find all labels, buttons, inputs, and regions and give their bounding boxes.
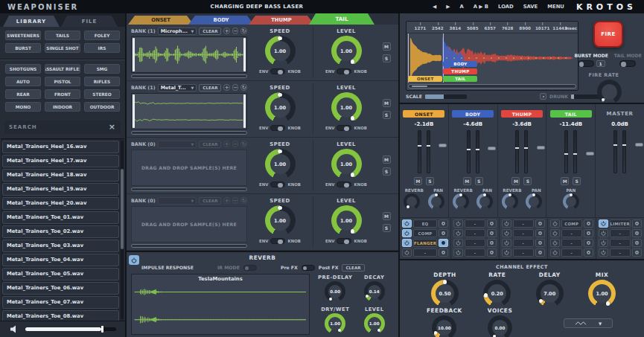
bank-clear-button[interactable]: CLEAR bbox=[199, 84, 221, 92]
fx-slot[interactable]: - bbox=[550, 248, 593, 257]
fx-power-icon[interactable] bbox=[599, 248, 608, 257]
channel-solo-button[interactable]: S bbox=[573, 177, 581, 185]
fx-power-icon[interactable] bbox=[599, 229, 608, 237]
level-knob[interactable]: 1.00 bbox=[331, 149, 362, 179]
bank-loop-icon[interactable]: ↻ bbox=[240, 84, 247, 91]
sample-dropdown[interactable]: Metal_T...▼ bbox=[158, 84, 197, 92]
fx-slot[interactable]: - bbox=[502, 229, 545, 237]
tab-onset[interactable]: ONSET bbox=[128, 16, 194, 25]
file-item-4[interactable]: Metal_Trainers_Heel_20.wav bbox=[2, 197, 119, 211]
category-button-5[interactable]: RIFLES bbox=[84, 77, 120, 86]
fx-power-icon[interactable] bbox=[402, 239, 412, 247]
mix-knob[interactable]: 1.00 bbox=[588, 280, 616, 307]
speed-env-knob-toggle[interactable]: ENVKNOB bbox=[259, 68, 301, 74]
burst-count-badge[interactable]: 1 bbox=[596, 60, 605, 67]
fx-gear-icon[interactable] bbox=[487, 239, 497, 247]
category-button-9[interactable]: MONO bbox=[5, 102, 41, 112]
speed-env-knob-toggle[interactable]: ENVKNOB bbox=[259, 125, 301, 131]
fx-power-icon[interactable] bbox=[599, 219, 608, 228]
bank-scrollbar[interactable] bbox=[131, 244, 247, 248]
fx-gear-icon[interactable] bbox=[535, 239, 545, 247]
bank-clear-button[interactable]: CLEAR bbox=[199, 28, 221, 35]
bank-solo-button[interactable]: S bbox=[383, 167, 391, 176]
file-item-1[interactable]: Metal_Trainers_Heel_17.wav bbox=[2, 155, 119, 168]
fx-power-icon[interactable] bbox=[453, 219, 463, 228]
fx-gear-icon[interactable] bbox=[439, 248, 448, 257]
tab-thump[interactable]: THUMP bbox=[249, 16, 314, 25]
bank-mute-button[interactable]: M bbox=[383, 155, 391, 164]
predelay-knob[interactable]: 0.00 bbox=[325, 281, 345, 302]
fx-gear-icon[interactable] bbox=[584, 239, 593, 247]
drop-zone[interactable]: DRAG AND DROP SAMPLE(S) HERE bbox=[131, 206, 247, 243]
bank-scrollbar[interactable] bbox=[131, 74, 247, 78]
lfo-wave-select[interactable]: ▼ bbox=[564, 318, 613, 328]
fx-slot[interactable]: LIMITER bbox=[599, 219, 642, 228]
category-button-4[interactable]: PISTOL bbox=[45, 77, 80, 86]
fx-slot[interactable]: - bbox=[502, 239, 545, 247]
file-item-2[interactable]: Metal_Trainers_Heel_18.wav bbox=[2, 169, 119, 182]
reverb-send-knob[interactable] bbox=[404, 193, 420, 210]
channel-fader[interactable] bbox=[459, 130, 486, 173]
preview-volume-slider[interactable] bbox=[25, 327, 116, 331]
level-env-knob-toggle[interactable]: ENVKNOB bbox=[325, 68, 367, 74]
file-list-scrollbar[interactable] bbox=[121, 141, 124, 319]
drop-zone[interactable]: DRAG AND DROP SAMPLE(S) HERE bbox=[131, 150, 247, 186]
fx-slot[interactable]: COMP bbox=[550, 219, 593, 228]
fx-gear-icon[interactable] bbox=[584, 219, 593, 228]
category-button-1[interactable]: TAILS bbox=[45, 31, 80, 40]
bank-remove-button[interactable]: − bbox=[232, 141, 239, 147]
fx-gear-icon[interactable] bbox=[632, 239, 642, 247]
topbar-button-0[interactable]: ◀ bbox=[433, 4, 436, 10]
speed-knob[interactable]: 1.00 bbox=[265, 92, 296, 123]
fx-slot[interactable]: - bbox=[599, 248, 642, 257]
fx-power-icon[interactable] bbox=[502, 229, 511, 237]
bank-clear-button[interactable]: CLEAR bbox=[199, 141, 221, 148]
drywet-knob[interactable]: 1.00 bbox=[325, 313, 345, 334]
fx-gear-icon[interactable] bbox=[439, 239, 448, 247]
topbar-button-5[interactable]: SAVE bbox=[523, 4, 538, 10]
delay-knob[interactable]: 7.00 bbox=[536, 280, 564, 307]
fx-slot-label[interactable]: - bbox=[465, 229, 485, 237]
level-knob[interactable]: 1.00 bbox=[331, 205, 362, 236]
file-item-8[interactable]: Metal_Trainers_Toe_04.wav bbox=[2, 254, 119, 267]
file-item-11[interactable]: Metal_Trainers_Toe_07.wav bbox=[2, 296, 119, 309]
timeline-scrollbar[interactable] bbox=[408, 84, 576, 89]
fx-slot-label[interactable]: - bbox=[513, 248, 534, 257]
fx-slot-label[interactable]: - bbox=[561, 229, 582, 237]
fx-power-icon[interactable] bbox=[502, 219, 511, 228]
fx-gear-icon[interactable] bbox=[535, 219, 545, 228]
channel-header[interactable]: TAIL bbox=[550, 110, 592, 118]
scale-slider[interactable] bbox=[425, 94, 467, 99]
fx-slot-label[interactable]: - bbox=[465, 248, 485, 257]
channel-mute-button[interactable]: M bbox=[463, 177, 471, 185]
category-button-3[interactable]: AUTO bbox=[5, 77, 41, 86]
fx-slot-label[interactable]: - bbox=[610, 248, 631, 257]
fx-slot-label[interactable]: - bbox=[513, 219, 534, 228]
channel-fader[interactable] bbox=[508, 130, 535, 173]
sample-dropdown[interactable]: ▼ bbox=[158, 141, 197, 148]
fx-power-icon[interactable] bbox=[599, 239, 608, 247]
fx-slot[interactable]: - bbox=[453, 248, 497, 257]
tab-library[interactable]: LIBRARY bbox=[3, 16, 60, 27]
region-body[interactable]: BODY bbox=[443, 61, 477, 67]
file-item-10[interactable]: Metal_Trainers_Toe_06.wav bbox=[2, 282, 119, 295]
tail-mode-toggle[interactable] bbox=[619, 60, 636, 67]
fx-slot[interactable]: - bbox=[599, 239, 642, 247]
fx-gear-icon[interactable] bbox=[632, 248, 642, 257]
channel-solo-button[interactable]: S bbox=[523, 177, 532, 185]
fx-power-icon[interactable] bbox=[550, 248, 560, 257]
fx-power-icon[interactable] bbox=[453, 239, 463, 247]
topbar-button-4[interactable]: LOAD bbox=[498, 4, 514, 10]
output-waveform[interactable]: ONSET BODY THUMP TAIL bbox=[407, 33, 578, 83]
reverb-send-knob[interactable] bbox=[453, 193, 469, 210]
region-tail[interactable]: TAIL bbox=[443, 76, 477, 82]
feedback-knob[interactable]: 10.00 bbox=[432, 315, 456, 337]
tab-body[interactable]: BODY bbox=[188, 16, 254, 25]
channel-solo-button[interactable]: S bbox=[426, 177, 434, 185]
level-env-knob-toggle[interactable]: ENVKNOB bbox=[325, 125, 367, 131]
fx-slot-label[interactable]: FLANGER bbox=[413, 239, 437, 247]
category-button-4[interactable]: SINGLE SHOT bbox=[45, 43, 80, 53]
impulse-response-display[interactable]: TeslaMountains bbox=[131, 274, 310, 335]
channel-header[interactable]: BODY bbox=[452, 110, 494, 118]
pan-knob[interactable] bbox=[428, 193, 444, 210]
